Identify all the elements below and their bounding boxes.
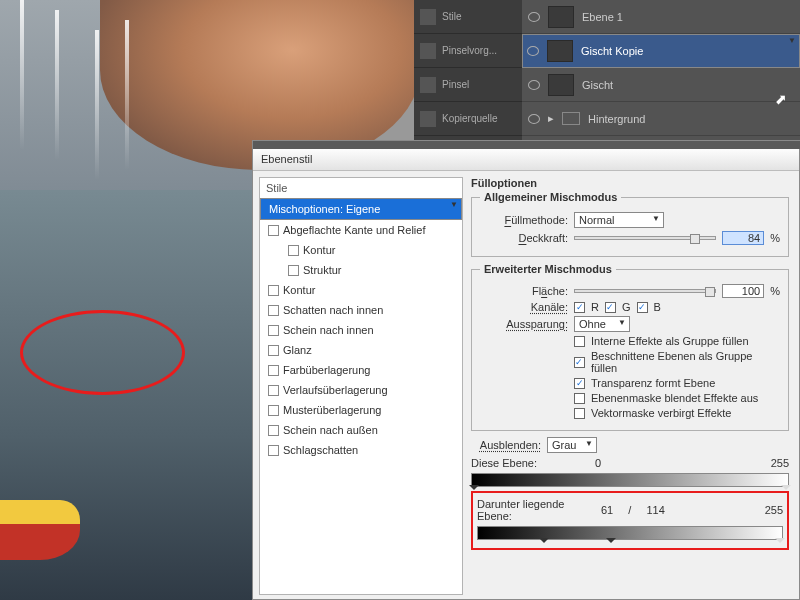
style-item[interactable]: Farbüberlagerung — [260, 360, 462, 380]
internal-fx-check[interactable] — [574, 336, 585, 347]
visibility-icon[interactable] — [528, 80, 540, 90]
checkbox[interactable] — [268, 305, 279, 316]
annotation-ellipse — [20, 310, 185, 395]
layer-style-dialog: Ebenenstil Stile Mischoptionen: Eigene A… — [252, 140, 800, 600]
transparency-shapes-check[interactable] — [574, 378, 585, 389]
vectormask-hide-check[interactable] — [574, 408, 585, 419]
channel-r-check[interactable] — [574, 302, 585, 313]
checkbox[interactable] — [268, 405, 279, 416]
fill-method-label: Füllmethode: — [480, 214, 568, 226]
checkbox[interactable] — [268, 425, 279, 436]
checkbox[interactable] — [268, 445, 279, 456]
style-item[interactable]: Glanz — [260, 340, 462, 360]
composite-image — [0, 0, 252, 600]
visibility-icon[interactable] — [527, 46, 539, 56]
layer-thumb — [548, 6, 574, 28]
annotation-rectangle: Darunter liegende Ebene:61 / 114255 — [471, 491, 789, 550]
fill-options-header: Fülloptionen — [471, 177, 789, 189]
panels-toolcol: Stile Pinselvorg... Pinsel Kopierquelle — [414, 0, 522, 140]
style-item[interactable]: Schein nach außen — [260, 420, 462, 440]
channels-label: Kanäle: — [480, 301, 568, 313]
advanced-blend-group: Erweiterter Mischmodus Fläche: 100 % Kan… — [471, 263, 789, 431]
layer-row[interactable]: Ebene 1 — [522, 0, 800, 34]
style-item[interactable]: Musterüberlagerung — [260, 400, 462, 420]
opacity-label: Deckkraft: — [480, 232, 568, 244]
this-layer-label: Diese Ebene: — [471, 457, 589, 469]
layer-row[interactable]: ▸Hintergrund — [522, 102, 800, 136]
panel-tab-stile[interactable]: Stile — [414, 0, 522, 34]
area-input[interactable]: 100 — [722, 284, 764, 298]
blendif-select[interactable]: Grau — [547, 437, 597, 453]
layer-row[interactable]: Gischt — [522, 68, 800, 102]
advanced-blend-legend: Erweiterter Mischmodus — [480, 263, 616, 275]
checkbox[interactable] — [268, 365, 279, 376]
style-item[interactable]: Schein nach innen — [260, 320, 462, 340]
opacity-slider[interactable] — [574, 236, 716, 240]
layer-thumb — [548, 74, 574, 96]
checkbox[interactable] — [288, 245, 299, 256]
panel-tab-kopierquelle[interactable]: Kopierquelle — [414, 102, 522, 136]
folder-icon — [562, 112, 580, 125]
checkbox[interactable] — [268, 385, 279, 396]
fill-method-select[interactable]: Normal — [574, 212, 664, 228]
panel-tab-pinselvorgaben[interactable]: Pinselvorg... — [414, 34, 522, 68]
style-item[interactable]: Kontur — [260, 240, 462, 260]
clipped-layers-check[interactable] — [574, 357, 585, 368]
underlying-gradient[interactable] — [477, 526, 783, 540]
layer-thumb — [547, 40, 573, 62]
checkbox[interactable] — [268, 345, 279, 356]
visibility-icon[interactable] — [528, 114, 540, 124]
blendif-label: Ausblenden: — [471, 439, 541, 451]
expand-icon[interactable]: ▸ — [548, 112, 554, 125]
dialog-title: Ebenenstil — [253, 149, 799, 171]
panel-tab-pinsel[interactable]: Pinsel — [414, 68, 522, 102]
brush-icon — [420, 77, 436, 93]
area-slider[interactable] — [574, 289, 716, 293]
general-blend-group: Allgemeiner Mischmodus Füllmethode: Norm… — [471, 191, 789, 257]
style-item[interactable]: Abgeflachte Kante und Relief — [260, 220, 462, 240]
channel-g-check[interactable] — [605, 302, 616, 313]
styles-header: Stile — [260, 178, 462, 198]
style-item-blendopts[interactable]: Mischoptionen: Eigene — [260, 198, 462, 220]
channel-b-check[interactable] — [637, 302, 648, 313]
cursor-icon: ⬈ — [775, 91, 787, 107]
checkbox[interactable] — [268, 325, 279, 336]
checkbox[interactable] — [268, 285, 279, 296]
general-blend-legend: Allgemeiner Mischmodus — [480, 191, 621, 203]
opacity-input[interactable]: 84 — [722, 231, 764, 245]
style-item[interactable]: Schatten nach innen — [260, 300, 462, 320]
area-label: Fläche: — [480, 285, 568, 297]
style-item[interactable]: Kontur — [260, 280, 462, 300]
style-item[interactable]: Verlaufsüberlagerung — [260, 380, 462, 400]
knockout-label: Aussparung: — [480, 318, 568, 330]
visibility-icon[interactable] — [528, 12, 540, 22]
layer-row[interactable]: Gischt Kopie⬈ — [522, 34, 800, 68]
style-item[interactable]: Struktur — [260, 260, 462, 280]
checkbox[interactable] — [288, 265, 299, 276]
layers-panel: Ebene 1 Gischt Kopie⬈ Gischt ▸Hintergrun… — [522, 0, 800, 140]
checkbox[interactable] — [268, 225, 279, 236]
clonesource-icon — [420, 111, 436, 127]
this-layer-gradient[interactable] — [471, 473, 789, 487]
styles-list: Stile Mischoptionen: Eigene Abgeflachte … — [259, 177, 463, 595]
brushpreset-icon — [420, 43, 436, 59]
layermask-hide-check[interactable] — [574, 393, 585, 404]
underlying-label: Darunter liegende Ebene: — [477, 498, 595, 522]
style-item[interactable]: Schlagschatten — [260, 440, 462, 460]
fx-icon — [420, 9, 436, 25]
knockout-select[interactable]: Ohne — [574, 316, 630, 332]
